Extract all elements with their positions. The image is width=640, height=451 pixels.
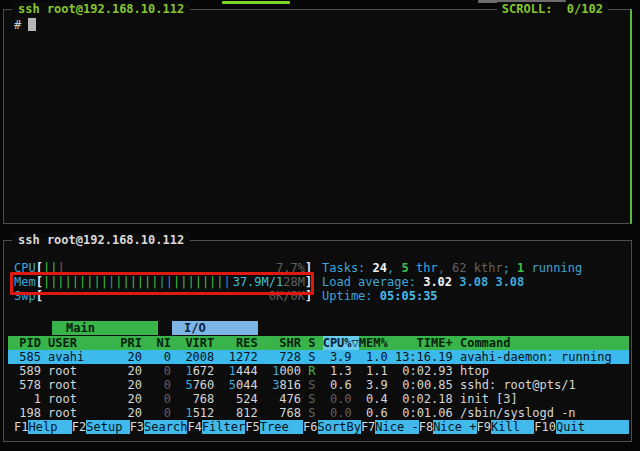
process-row[interactable]: 1 root 20 0 768 524 476 S 0.0 0.4 0:02.1…: [8, 392, 629, 406]
screen-tabs: MainI/O: [52, 321, 258, 335]
process-row[interactable]: 198 root 20 0 1512 812 768 S 0.0 0.6 0:0…: [8, 406, 629, 420]
process-table-header[interactable]: PID USER PRI NI VIRT RES SHR S CPU%▽MEM%…: [8, 336, 629, 350]
terminal-screen: ssh root@192.168.10.112 SCROLL: 0/102 # …: [0, 0, 640, 451]
fkey-button-quit[interactable]: F10Quit: [534, 420, 629, 434]
bottom-pane-title: ssh root@192.168.10.112: [12, 233, 190, 247]
load-average: Load average: 3.02 3.08 3.08: [322, 275, 524, 289]
text-cursor: [28, 18, 36, 31]
tasks-summary: Tasks: 24, 5 thr, 62 kthr; 1 running: [322, 261, 582, 275]
top-pane-title: ssh root@192.168.10.112: [12, 2, 190, 16]
process-row-selected[interactable]: 585 avahi 20 0 2008 1272 728 S 3.9 1.0 1…: [8, 350, 629, 364]
fkey-button-setup[interactable]: F2Setup: [72, 420, 130, 434]
mem-highlight-annotation: [10, 272, 314, 295]
bottom-terminal-pane[interactable]: ssh root@192.168.10.112 CPU[|||7.7%] Mem…: [3, 240, 632, 442]
uptime: Uptime: 05:05:35: [322, 289, 438, 303]
fkey-button-sortby[interactable]: F6SortBy: [303, 420, 361, 434]
fkey-button-search[interactable]: F3Search: [130, 420, 188, 434]
fkey-button-filter[interactable]: F4Filter: [187, 420, 245, 434]
process-row[interactable]: 578 root 20 0 5760 5044 3816 S 0.6 3.9 0…: [8, 378, 629, 392]
fkey-button-tree[interactable]: F5Tree: [245, 420, 303, 434]
top-terminal-pane[interactable]: ssh root@192.168.10.112 SCROLL: 0/102 #: [3, 9, 632, 224]
fkey-button-nice-plus[interactable]: F8Nice +: [419, 420, 477, 434]
fkey-button-nice-minus[interactable]: F7Nice -: [361, 420, 419, 434]
process-row[interactable]: 589 root 20 0 1672 1444 1000 R 1.3 1.1 0…: [8, 364, 629, 378]
tab-main[interactable]: Main: [52, 321, 158, 335]
shell-prompt: #: [14, 18, 21, 32]
function-key-bar: F1Help F2Setup F3Search F4Filter F5Tree …: [14, 420, 629, 434]
fkey-button-help[interactable]: F1Help: [14, 420, 72, 434]
video-progress-artifact-green: [222, 1, 290, 4]
scroll-indicator: SCROLL: 0/102: [497, 2, 608, 16]
fkey-button-kill[interactable]: F9Kill: [477, 420, 535, 434]
tab-io[interactable]: I/O: [172, 321, 258, 335]
terminal-input-area[interactable]: #: [14, 18, 36, 32]
